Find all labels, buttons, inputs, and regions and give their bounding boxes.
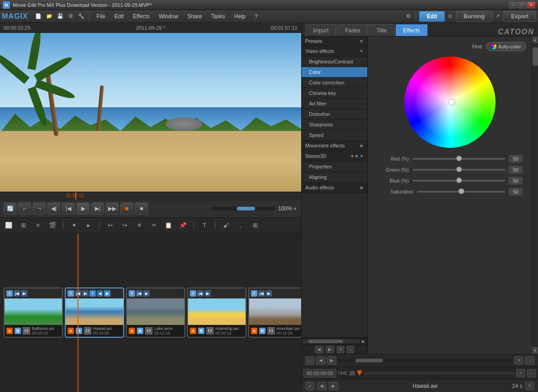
brush-button[interactable]: 🖌 <box>220 220 232 231</box>
settings-button[interactable]: ⚙ <box>66 12 75 21</box>
menu-file[interactable]: File <box>92 11 109 21</box>
settings-btn2[interactable]: ▸ <box>83 220 94 231</box>
redo-button[interactable]: ↪ <box>119 220 131 231</box>
view-single-button[interactable]: ⬜ <box>3 220 15 231</box>
menu-window[interactable]: Window <box>155 11 183 21</box>
category-audio-effects[interactable]: Audio effects ▶ <box>302 183 367 193</box>
auto-color-button[interactable]: Auto-color <box>486 42 526 51</box>
effects-list-scroll[interactable]: Video effects ▼ Brightness/Contrast Colo… <box>302 46 367 337</box>
timeline-minus-btn[interactable]: − <box>527 369 536 377</box>
item-distortion[interactable]: Distortion <box>302 109 367 120</box>
view-list-button[interactable]: ≡ <box>32 220 44 231</box>
item-speed[interactable]: Speed <box>302 130 367 141</box>
item-color-correction[interactable]: Color correction <box>302 78 367 88</box>
color-wheel[interactable] <box>404 57 496 148</box>
loop-button[interactable]: 🔄 <box>4 203 16 214</box>
green-slider-thumb[interactable] <box>456 167 462 172</box>
item-color[interactable]: Color <box>302 67 367 78</box>
right-nav-btn-3[interactable]: ▶ <box>329 382 338 390</box>
color-picker-dot[interactable] <box>449 99 454 105</box>
next-frame-button[interactable]: ▶▶ <box>106 203 119 214</box>
tab-effects[interactable]: Effects <box>396 24 428 36</box>
blue-slider-track[interactable] <box>413 180 505 182</box>
timeline-scrubber[interactable]: 01:57:11 <box>0 192 301 200</box>
effects-button[interactable]: ✦ <box>68 220 80 231</box>
clip-1[interactable]: T |◀ ▶ T ◀ ▶ A B 🎞 Hawaii.avi 00:24:00 <box>65 287 124 338</box>
burning-icon[interactable]: ⊙ <box>446 12 455 21</box>
right-nav-down[interactable]: ↓↓ <box>305 356 314 365</box>
undo-button[interactable]: ↩ <box>104 220 116 231</box>
menu-edit[interactable]: Edit <box>110 11 128 21</box>
timeline-plus-btn[interactable]: + <box>516 369 525 377</box>
saturation-slider-thumb[interactable] <box>459 188 464 194</box>
nav-next-btn[interactable]: ▶ <box>326 346 334 353</box>
tab-import[interactable]: Import <box>305 24 336 36</box>
cut-button[interactable]: ✂ <box>148 220 160 231</box>
right-nav-btn-4[interactable]: ↻ <box>525 382 534 390</box>
view-grid-button[interactable]: ⊞ <box>17 220 29 231</box>
saturation-slider-track[interactable] <box>417 191 505 193</box>
clip-4[interactable]: T |◀ ▶ A B 🎞 mountain.avi 00:15:03 <box>248 287 301 338</box>
blue-slider-thumb[interactable] <box>456 178 462 183</box>
tab-fades[interactable]: Fades <box>337 24 368 36</box>
tab-title[interactable]: Title <box>369 24 394 36</box>
item-sharpness[interactable]: Sharpness <box>302 120 367 130</box>
category-movement-effects[interactable]: Movement effects ▶ <box>302 141 367 151</box>
right-expand-btn[interactable]: ↓ <box>525 356 534 365</box>
more-button[interactable]: , <box>235 220 246 231</box>
menu-help[interactable]: Help <box>230 11 250 21</box>
prev-frame-button[interactable]: ◀| <box>47 203 60 214</box>
play-button[interactable]: ▶ <box>77 203 89 214</box>
menu-q[interactable]: ? <box>251 11 262 21</box>
clip-3[interactable]: T |◀ ▶ A B 🎞 miamiclip.avi 00:10:12 <box>187 287 246 338</box>
item-aligning[interactable]: Aligning <box>302 172 367 183</box>
category-video-effects[interactable]: Video effects ▼ <box>302 46 367 57</box>
new-button[interactable]: 📄 <box>33 12 43 21</box>
extra-btn[interactable]: ⚙ <box>404 12 413 21</box>
minimize-button[interactable]: ─ <box>509 2 517 8</box>
right-close-btn[interactable]: ✕ <box>514 356 523 365</box>
item-art-filter[interactable]: Art filter <box>302 99 367 109</box>
menu-share[interactable]: Share <box>183 11 206 21</box>
right-scroll-thumb[interactable] <box>355 359 383 362</box>
close-panel-btn[interactable]: ✕ <box>337 346 344 353</box>
clip-0[interactable]: T |◀ ▶ A B 🎞 Balloons.avi 00:20:22 <box>4 287 63 338</box>
stop-button[interactable]: ■ <box>135 203 148 214</box>
scroll-down-btn[interactable]: ▼ <box>532 347 538 354</box>
copy-button[interactable]: 📋 <box>162 220 174 231</box>
scroll-right-btn[interactable]: ▶ <box>360 338 366 345</box>
zoom-bar[interactable] <box>211 207 275 210</box>
right-nav-btn-2[interactable]: ◀ <box>317 382 326 390</box>
scroll-up-btn[interactable]: ▲ <box>532 37 538 43</box>
green-slider-track[interactable] <box>413 169 505 171</box>
red-slider-track[interactable] <box>413 158 505 160</box>
export-icon[interactable]: ↗ <box>493 12 502 21</box>
menu-effects[interactable]: Effects <box>129 11 153 21</box>
close-button[interactable]: ✕ <box>527 2 535 8</box>
right-nav-right[interactable]: ▶ <box>327 356 336 365</box>
maximize-button[interactable]: □ <box>518 2 526 8</box>
right-scrollbar[interactable]: ▲ ▼ <box>532 37 538 354</box>
expand-panel-btn[interactable]: ↓ <box>347 346 354 353</box>
category-stereo3d[interactable]: Stereo3D ■ ■ ▼ <box>302 151 367 162</box>
export-mode-button[interactable]: Export <box>503 11 536 22</box>
nav-prev-btn[interactable]: ◀ <box>315 346 323 353</box>
burning-mode-button[interactable]: Burning <box>456 11 492 22</box>
zoom-thumb[interactable] <box>237 207 255 210</box>
item-properties[interactable]: Properties <box>302 162 367 172</box>
mark-in-button[interactable]: ⌐ <box>18 203 31 214</box>
delete-button[interactable]: ✕ <box>133 220 145 231</box>
paste-button[interactable]: 📌 <box>177 220 189 231</box>
open-button[interactable]: 📁 <box>44 12 54 21</box>
go-end-button[interactable]: ▶| <box>91 203 104 214</box>
go-start-button[interactable]: |◀ <box>62 203 75 214</box>
right-nav-btn-1[interactable]: ↙ <box>305 382 314 390</box>
menu-tasks[interactable]: Tasks <box>207 11 230 21</box>
text-button[interactable]: T <box>198 220 210 231</box>
mark-out-button[interactable]: ¬ <box>33 203 46 214</box>
color-wheel-container[interactable] <box>404 57 496 148</box>
item-chroma-key[interactable]: Chroma key <box>302 88 367 99</box>
record-button[interactable]: ⏺ <box>120 203 133 214</box>
right-scroll-track[interactable] <box>338 359 512 362</box>
tool-button[interactable]: 🔧 <box>76 12 86 21</box>
